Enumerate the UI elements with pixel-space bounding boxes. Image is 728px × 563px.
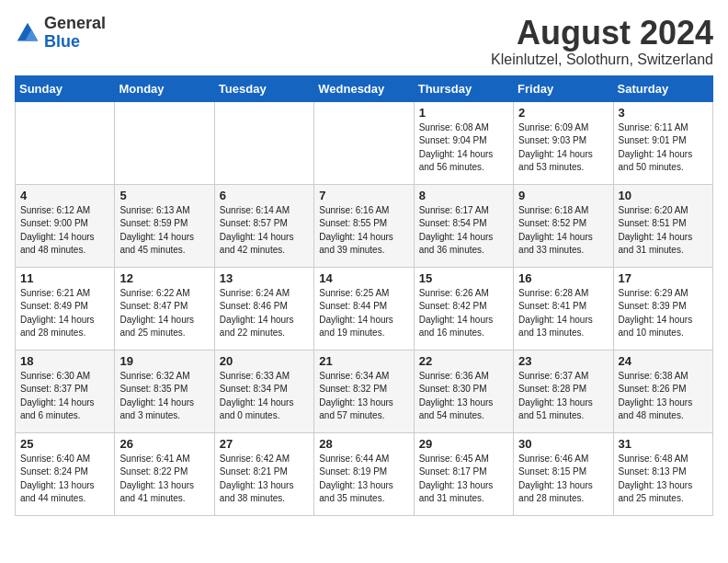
- day-info: Sunrise: 6:24 AM Sunset: 8:46 PM Dayligh…: [220, 287, 309, 340]
- title-area: August 2024 Kleinlutzel, Solothurn, Swit…: [491, 15, 713, 68]
- day-info: Sunrise: 6:11 AM Sunset: 9:01 PM Dayligh…: [619, 121, 708, 175]
- day-info: Sunrise: 6:44 AM Sunset: 8:19 PM Dayligh…: [319, 453, 408, 506]
- week-row-2: 4Sunrise: 6:12 AM Sunset: 9:00 PM Daylig…: [16, 184, 713, 267]
- day-cell: [16, 101, 115, 184]
- day-cell: 1Sunrise: 6:08 AM Sunset: 9:04 PM Daylig…: [414, 101, 513, 184]
- day-info: Sunrise: 6:30 AM Sunset: 8:37 PM Dayligh…: [20, 370, 109, 423]
- day-info: Sunrise: 6:16 AM Sunset: 8:55 PM Dayligh…: [319, 204, 408, 258]
- day-info: Sunrise: 6:33 AM Sunset: 8:34 PM Dayligh…: [220, 370, 309, 423]
- day-cell: 9Sunrise: 6:18 AM Sunset: 8:52 PM Daylig…: [514, 184, 613, 267]
- day-info: Sunrise: 6:48 AM Sunset: 8:13 PM Dayligh…: [619, 453, 708, 506]
- day-cell: 23Sunrise: 6:37 AM Sunset: 8:28 PM Dayli…: [514, 350, 613, 432]
- day-info: Sunrise: 6:25 AM Sunset: 8:44 PM Dayligh…: [319, 287, 408, 340]
- header: General Blue August 2024 Kleinlutzel, So…: [15, 15, 713, 68]
- day-number: 14: [319, 271, 408, 285]
- day-number: 1: [419, 106, 508, 120]
- day-cell: 26Sunrise: 6:41 AM Sunset: 8:22 PM Dayli…: [115, 432, 214, 515]
- day-number: 5: [119, 189, 209, 202]
- day-cell: [314, 101, 414, 184]
- calendar-header-row: SundayMondayTuesdayWednesdayThursdayFrid…: [16, 75, 713, 101]
- day-cell: 29Sunrise: 6:45 AM Sunset: 8:17 PM Dayli…: [414, 432, 513, 515]
- day-info: Sunrise: 6:40 AM Sunset: 8:24 PM Dayligh…: [20, 453, 109, 506]
- day-number: 4: [20, 189, 109, 202]
- day-cell: [115, 101, 214, 184]
- day-number: 18: [20, 354, 109, 368]
- day-number: 11: [20, 271, 109, 285]
- day-number: 29: [419, 437, 508, 451]
- day-cell: 4Sunrise: 6:12 AM Sunset: 9:00 PM Daylig…: [16, 184, 115, 267]
- day-cell: 16Sunrise: 6:28 AM Sunset: 8:41 PM Dayli…: [514, 267, 613, 350]
- day-cell: 7Sunrise: 6:16 AM Sunset: 8:55 PM Daylig…: [314, 184, 414, 267]
- day-cell: 2Sunrise: 6:09 AM Sunset: 9:03 PM Daylig…: [514, 101, 613, 184]
- week-row-3: 11Sunrise: 6:21 AM Sunset: 8:49 PM Dayli…: [16, 267, 713, 350]
- header-monday: Monday: [115, 75, 214, 101]
- day-cell: 21Sunrise: 6:34 AM Sunset: 8:32 PM Dayli…: [314, 350, 414, 432]
- day-info: Sunrise: 6:34 AM Sunset: 8:32 PM Dayligh…: [319, 370, 408, 423]
- day-info: Sunrise: 6:41 AM Sunset: 8:22 PM Dayligh…: [119, 453, 209, 506]
- day-info: Sunrise: 6:36 AM Sunset: 8:30 PM Dayligh…: [419, 370, 508, 423]
- calendar-table: SundayMondayTuesdayWednesdayThursdayFrid…: [15, 75, 713, 516]
- day-number: 20: [220, 354, 309, 368]
- day-cell: 6Sunrise: 6:14 AM Sunset: 8:57 PM Daylig…: [214, 184, 313, 267]
- day-number: 21: [319, 354, 408, 368]
- logo: General Blue: [15, 15, 106, 52]
- month-title: August 2024: [491, 15, 713, 52]
- day-number: 28: [319, 437, 408, 451]
- day-number: 26: [119, 437, 209, 451]
- day-cell: 15Sunrise: 6:26 AM Sunset: 8:42 PM Dayli…: [414, 267, 513, 350]
- day-number: 17: [619, 271, 708, 285]
- header-tuesday: Tuesday: [214, 75, 313, 101]
- day-info: Sunrise: 6:21 AM Sunset: 8:49 PM Dayligh…: [20, 287, 109, 340]
- day-number: 22: [419, 354, 508, 368]
- day-number: 12: [119, 271, 209, 285]
- day-cell: [214, 101, 313, 184]
- header-friday: Friday: [514, 75, 613, 101]
- logo-icon: [15, 20, 40, 46]
- day-cell: 11Sunrise: 6:21 AM Sunset: 8:49 PM Dayli…: [16, 267, 115, 350]
- day-cell: 22Sunrise: 6:36 AM Sunset: 8:30 PM Dayli…: [414, 350, 513, 432]
- day-info: Sunrise: 6:12 AM Sunset: 9:00 PM Dayligh…: [20, 204, 109, 258]
- day-cell: 8Sunrise: 6:17 AM Sunset: 8:54 PM Daylig…: [414, 184, 513, 267]
- week-row-5: 25Sunrise: 6:40 AM Sunset: 8:24 PM Dayli…: [16, 432, 713, 515]
- day-cell: 18Sunrise: 6:30 AM Sunset: 8:37 PM Dayli…: [16, 350, 115, 432]
- day-cell: 12Sunrise: 6:22 AM Sunset: 8:47 PM Dayli…: [115, 267, 214, 350]
- week-row-4: 18Sunrise: 6:30 AM Sunset: 8:37 PM Dayli…: [16, 350, 713, 432]
- day-info: Sunrise: 6:26 AM Sunset: 8:42 PM Dayligh…: [419, 287, 508, 340]
- week-row-1: 1Sunrise: 6:08 AM Sunset: 9:04 PM Daylig…: [16, 101, 713, 184]
- day-cell: 10Sunrise: 6:20 AM Sunset: 8:51 PM Dayli…: [613, 184, 712, 267]
- day-number: 23: [518, 354, 608, 368]
- day-info: Sunrise: 6:13 AM Sunset: 8:59 PM Dayligh…: [119, 204, 209, 258]
- header-saturday: Saturday: [613, 75, 712, 101]
- day-number: 2: [518, 106, 608, 120]
- day-cell: 28Sunrise: 6:44 AM Sunset: 8:19 PM Dayli…: [314, 432, 414, 515]
- day-cell: 13Sunrise: 6:24 AM Sunset: 8:46 PM Dayli…: [214, 267, 313, 350]
- day-number: 30: [518, 437, 608, 451]
- day-info: Sunrise: 6:46 AM Sunset: 8:15 PM Dayligh…: [518, 453, 608, 506]
- day-number: 15: [419, 271, 508, 285]
- day-cell: 30Sunrise: 6:46 AM Sunset: 8:15 PM Dayli…: [514, 432, 613, 515]
- location-title: Kleinlutzel, Solothurn, Switzerland: [491, 52, 713, 68]
- day-cell: 20Sunrise: 6:33 AM Sunset: 8:34 PM Dayli…: [214, 350, 313, 432]
- day-info: Sunrise: 6:28 AM Sunset: 8:41 PM Dayligh…: [518, 287, 608, 340]
- day-info: Sunrise: 6:17 AM Sunset: 8:54 PM Dayligh…: [419, 204, 508, 258]
- day-number: 13: [220, 271, 309, 285]
- day-info: Sunrise: 6:18 AM Sunset: 8:52 PM Dayligh…: [518, 204, 608, 258]
- day-number: 10: [619, 189, 708, 202]
- day-info: Sunrise: 6:09 AM Sunset: 9:03 PM Dayligh…: [518, 121, 608, 175]
- day-info: Sunrise: 6:37 AM Sunset: 8:28 PM Dayligh…: [518, 370, 608, 423]
- day-info: Sunrise: 6:42 AM Sunset: 8:21 PM Dayligh…: [220, 453, 309, 506]
- day-info: Sunrise: 6:14 AM Sunset: 8:57 PM Dayligh…: [220, 204, 309, 258]
- day-cell: 5Sunrise: 6:13 AM Sunset: 8:59 PM Daylig…: [115, 184, 214, 267]
- header-sunday: Sunday: [16, 75, 115, 101]
- day-info: Sunrise: 6:32 AM Sunset: 8:35 PM Dayligh…: [119, 370, 209, 423]
- day-cell: 3Sunrise: 6:11 AM Sunset: 9:01 PM Daylig…: [613, 101, 712, 184]
- day-number: 24: [619, 354, 708, 368]
- day-number: 19: [119, 354, 209, 368]
- day-info: Sunrise: 6:22 AM Sunset: 8:47 PM Dayligh…: [119, 287, 209, 340]
- day-number: 3: [619, 106, 708, 120]
- day-info: Sunrise: 6:20 AM Sunset: 8:51 PM Dayligh…: [619, 204, 708, 258]
- header-wednesday: Wednesday: [314, 75, 414, 101]
- day-number: 8: [419, 189, 508, 202]
- day-info: Sunrise: 6:29 AM Sunset: 8:39 PM Dayligh…: [619, 287, 708, 340]
- day-number: 7: [319, 189, 408, 202]
